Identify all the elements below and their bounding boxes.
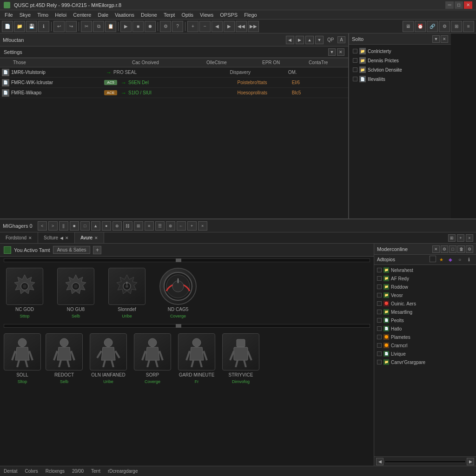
tab-area-icon3[interactable]: × [466, 234, 473, 242]
bt-rec[interactable]: ● [102, 221, 111, 231]
toolbar-nav-fwd2[interactable]: ▶▶ [248, 21, 259, 32]
ra-item-8[interactable]: 🟠 Plametes [375, 333, 475, 341]
toolbar-open[interactable]: 📁 [14, 21, 25, 32]
add-pattern-button[interactable]: + [93, 246, 101, 254]
menu-heloi[interactable]: Heloi [52, 11, 69, 19]
slider-2[interactable] [4, 324, 370, 328]
table-row[interactable]: 📄 FMRE-Wikapo ACE → S1IO / SlUI Hoesopro… [0, 88, 348, 98]
tab-close-avure[interactable]: ✕ [94, 236, 98, 240]
toolbar-settings[interactable]: ⚙ [160, 21, 171, 32]
ra-checkbox-11[interactable] [377, 360, 382, 364]
toolbar-save[interactable]: 💾 [26, 21, 37, 32]
instrument-nd-cag5[interactable]: ND CAG5 Coverge [157, 268, 199, 318]
tab-sclture[interactable]: Sclture ◀ ✕ [38, 232, 75, 243]
ra-item-7[interactable]: 📄 Hatlo [375, 324, 475, 333]
ra-checkbox-10[interactable] [377, 351, 382, 356]
right-item-checkbox-2[interactable] [353, 67, 357, 72]
toolbar-nav-back2[interactable]: ◀◀ [236, 21, 247, 32]
toolbar-play[interactable]: ▶ [120, 21, 132, 32]
ra-scrollbar[interactable] [384, 460, 466, 463]
bt-plus2[interactable]: ⊕ [112, 221, 122, 231]
ra-gear2[interactable]: ⚙ [466, 245, 473, 253]
instrument-oln-ianfaned[interactable]: OLN IANFANED Uribe [87, 333, 129, 384]
ra-item-2[interactable]: 📁 Roddow [375, 283, 475, 291]
menu-flego[interactable]: Flego [241, 11, 260, 19]
instrument-striyvice[interactable]: STRIYVICE Dimvofog [222, 333, 259, 384]
bt-add[interactable]: + [187, 221, 197, 231]
track-list-nav-fwd[interactable]: ▶ [296, 36, 304, 44]
toolbar-new[interactable]: 📄 [2, 21, 13, 32]
right-panel-close[interactable]: ✕ [441, 35, 448, 43]
ra-settings[interactable]: ⚙ [441, 245, 448, 253]
menu-opsps[interactable]: OPSPS [217, 11, 240, 19]
ra-checkbox-6[interactable] [377, 318, 382, 323]
bt-next[interactable]: > [48, 221, 58, 231]
toolbar-zoom-in[interactable]: + [187, 21, 198, 32]
right-item-1[interactable]: 📁 Denniis Prictes [351, 56, 449, 65]
instrument-no-gu8[interactable]: NO GU8 Selb [55, 268, 97, 318]
menu-views[interactable]: Views [197, 11, 216, 19]
toolbar-gear2[interactable]: ⚙ [439, 21, 450, 32]
toolbar-help[interactable]: ? [172, 21, 183, 32]
track-list-nav-dn[interactable]: ▼ [315, 36, 324, 44]
ra-checkbox-9[interactable] [377, 343, 382, 348]
adtopios-circle[interactable]: ○ [456, 256, 464, 264]
right-item-3[interactable]: 📄 Illevaliits [351, 74, 449, 84]
tab-avure[interactable]: Avure ✕ [75, 232, 104, 243]
right-item-2[interactable]: 📁 Sclvtion Densiite [351, 65, 449, 74]
ra-item-9[interactable]: 🟠 Crarncrl [375, 341, 475, 350]
table-row[interactable]: 📄 FMRC-WIK-Iclrustar AC5 → S6EN Del Pois… [0, 78, 348, 88]
track-list-nav-back[interactable]: ◀ [286, 36, 294, 44]
bt-tri[interactable]: ▲ [91, 221, 100, 231]
bt-list3[interactable]: ☰ [155, 221, 165, 231]
bt-list2[interactable]: ≡ [145, 221, 154, 231]
menu-optis[interactable]: Optis [178, 11, 196, 19]
toolbar-nav-fwd[interactable]: ▶ [224, 21, 235, 32]
right-item-0[interactable]: 📁 Conlricterty [351, 46, 449, 56]
tab-area-icon2[interactable]: + [457, 234, 464, 242]
ra-close[interactable]: ✕ [432, 245, 440, 253]
adtopios-checkbox[interactable] [430, 256, 436, 262]
bt-box[interactable]: □ [80, 221, 90, 231]
minimize-button[interactable]: ─ [445, 1, 454, 9]
bt-prev[interactable]: < [38, 221, 47, 231]
toolbar-record[interactable]: ⏺ [145, 21, 156, 32]
ra-item-5[interactable]: 📁 Mesartling [375, 308, 475, 316]
track-list-qr[interactable]: QP [325, 37, 336, 42]
right-panel-arrow[interactable]: ▼ [432, 35, 440, 43]
adtopios-info[interactable]: ℹ [465, 256, 473, 264]
ra-item-1[interactable]: 📁 AF Redy [375, 274, 475, 283]
menu-terpt[interactable]: Terpt [161, 11, 178, 19]
toolbar-grid[interactable]: ⊞ [451, 21, 462, 32]
bt-grid2[interactable]: ⊞ [134, 221, 143, 231]
ra-box[interactable]: □ [449, 245, 456, 253]
toolbar-copy[interactable]: ⧉ [93, 21, 104, 32]
ra-checkbox-2[interactable] [377, 284, 382, 289]
tab-close-sclture[interactable]: ✕ [65, 236, 69, 240]
adtopios-diamond[interactable]: ◆ [446, 256, 455, 264]
menu-dale[interactable]: Dale [95, 11, 111, 19]
instrument-sorp[interactable]: SORP Coverge [134, 333, 171, 384]
bt-chain[interactable]: ⛓ [123, 221, 132, 231]
pattern-tab[interactable]: Anus & Saties [53, 246, 91, 254]
ra-item-6[interactable]: 📄 Peolts [375, 316, 475, 324]
menu-vaations[interactable]: Vaations [112, 11, 137, 19]
ra-checkbox-4[interactable] [377, 301, 382, 306]
ra-checkbox-0[interactable] [377, 268, 382, 272]
bt-x2[interactable]: ⊗ [166, 221, 175, 231]
ra-item-0[interactable]: 📁 Nelvrahest [375, 266, 475, 274]
instrument-nc-god[interactable]: NC GOD Sttop [4, 268, 46, 318]
bt-close2[interactable]: × [198, 221, 207, 231]
toolbar-paste[interactable]: 📋 [105, 21, 116, 32]
maximize-button[interactable]: □ [455, 1, 463, 9]
toolbar-cut[interactable]: ✂ [81, 21, 92, 32]
right-item-checkbox-3[interactable] [353, 77, 357, 81]
bt-stop[interactable]: ■ [70, 221, 79, 231]
toolbar-nav-back[interactable]: ◀ [212, 21, 223, 32]
settings-arrow-down[interactable]: ▼ [328, 48, 336, 56]
right-item-checkbox-1[interactable] [353, 58, 357, 63]
toolbar-list[interactable]: ≡ [463, 21, 474, 32]
menu-centere[interactable]: Centere [70, 11, 94, 19]
tab-area-icon1[interactable]: ⊞ [448, 234, 456, 242]
menu-dolone[interactable]: Dolone [138, 11, 160, 19]
